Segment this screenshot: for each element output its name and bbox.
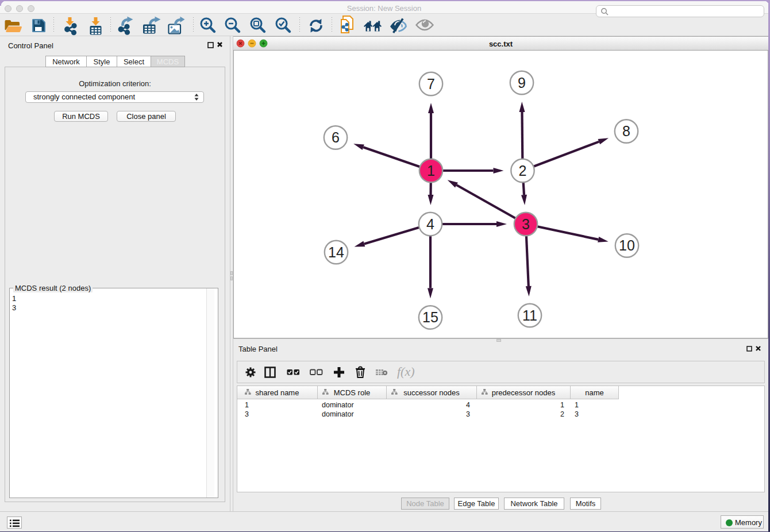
svg-text:11: 11 bbox=[522, 307, 537, 323]
svg-text:15: 15 bbox=[422, 309, 438, 325]
svg-text:8: 8 bbox=[622, 123, 630, 139]
svg-text:2: 2 bbox=[519, 163, 527, 179]
svg-text:6: 6 bbox=[332, 129, 340, 145]
svg-text:7: 7 bbox=[427, 76, 435, 92]
svg-text:3: 3 bbox=[522, 216, 530, 232]
svg-text:14: 14 bbox=[328, 244, 344, 260]
svg-text:1: 1 bbox=[427, 163, 435, 179]
svg-text:9: 9 bbox=[518, 75, 526, 91]
svg-text:10: 10 bbox=[619, 237, 635, 253]
svg-text:4: 4 bbox=[426, 216, 434, 232]
